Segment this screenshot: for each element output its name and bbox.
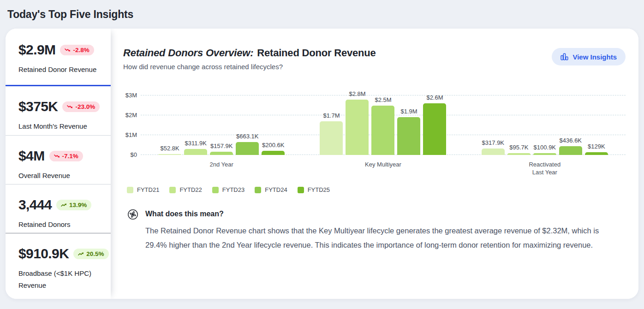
bar-slot: $2.6M: [423, 94, 446, 155]
bar-slot: $1.9M: [397, 108, 420, 155]
chart-title-metric: Retained Donor Revenue: [257, 47, 376, 59]
trend-badge: 20.5%: [73, 249, 108, 259]
bar-FYTD25[interactable]: [585, 152, 608, 155]
bar-FYTD24[interactable]: [236, 142, 259, 155]
bar-group: $317.9K$95.7K$100.9K$436.6K$129KReactiva…: [482, 137, 608, 155]
bar-value-label: $2.6M: [426, 94, 443, 101]
trend-badge: -2.8%: [60, 45, 94, 55]
bar-slot: $95.7K: [507, 144, 531, 155]
view-insights-label: View Insights: [572, 53, 617, 61]
bar-FYTD24[interactable]: [559, 146, 582, 155]
bar-row: $317.9K$95.7K$100.9K$436.6K$129K: [482, 137, 608, 155]
sidebar-item-overall-revenue[interactable]: $4M -7.1% Overall Revenue: [6, 135, 111, 184]
group-label: 2nd Year: [209, 160, 233, 168]
trend-badge-value: -7.1%: [62, 153, 78, 160]
trend-badge-value: 13.9%: [69, 202, 87, 208]
bar-FYTD23[interactable]: [210, 152, 233, 155]
bar-FYTD24[interactable]: [397, 117, 420, 155]
metric-sidebar: $2.9M -2.8% Retained Donor Revenue $375K…: [6, 29, 111, 299]
legend-item[interactable]: FYTD23: [212, 186, 244, 193]
legend-label: FYTD24: [265, 186, 287, 193]
bar-FYTD25[interactable]: [423, 103, 446, 155]
bar-value-label: $2.5M: [375, 96, 391, 103]
legend-label: FYTD21: [137, 186, 159, 193]
metric-label: Overall Revenue: [18, 170, 101, 182]
bar-value-label: $1.7M: [323, 112, 340, 119]
y-tick-label: $1M: [125, 131, 137, 139]
legend-label: FYTD25: [308, 186, 330, 193]
metric-value: 3,444: [18, 196, 52, 213]
y-tick-label: $0: [131, 151, 137, 159]
insight-body: The Retained Donor Revenue chart shows t…: [145, 224, 621, 252]
legend-item[interactable]: FYTD25: [298, 186, 330, 193]
trend-badge: -7.1%: [49, 151, 83, 161]
bar-value-label: $200.6K: [262, 142, 284, 149]
bar-slot: $317.9K: [482, 139, 505, 155]
legend-swatch: [127, 187, 133, 193]
bar-chart: $0$1M$2M$3M $52.8K$311.9K$157.9K$663.1K$…: [123, 95, 626, 155]
bar-group: $52.8K$311.9K$157.9K$663.1K$200.6K2nd Ye…: [158, 133, 285, 155]
legend-item[interactable]: FYTD24: [255, 186, 287, 193]
bar-FYTD22[interactable]: [346, 100, 369, 155]
bar-FYTD21[interactable]: [320, 121, 343, 155]
legend-swatch: [169, 187, 176, 193]
chart-title: Retained Donors Overview:Retained Donor …: [123, 47, 552, 59]
legend-label: FYTD23: [222, 186, 244, 193]
metric-label: Retained Donors: [18, 219, 101, 231]
bar-value-label: $157.9K: [210, 143, 233, 149]
bar-slot: $436.6K: [559, 137, 582, 155]
trend-up-icon: [78, 252, 84, 256]
trend-down-icon: [54, 154, 60, 158]
group-label: ReactivatedLast Year: [529, 160, 561, 176]
bar-FYTD22[interactable]: [507, 153, 531, 155]
group-label: Key Multiyear: [365, 160, 401, 168]
bar-FYTD23[interactable]: [533, 153, 556, 155]
sidebar-item-last-months-revenue[interactable]: $375K -23.0% Last Month's Revenue: [6, 86, 111, 135]
y-tick-label: $2M: [125, 111, 137, 119]
metric-label: Retained Donor Revenue: [18, 64, 101, 76]
y-axis: $0$1M$2M$3M: [123, 95, 141, 155]
chart-subtitle: How did revenue change across retained l…: [123, 63, 552, 71]
sidebar-item-retained-donor-revenue[interactable]: $2.9M -2.8% Retained Donor Revenue: [6, 29, 111, 86]
bar-FYTD21[interactable]: [158, 154, 181, 155]
legend-swatch: [212, 187, 219, 193]
bar-slot: $311.9K: [184, 140, 207, 155]
bar-value-label: $311.9K: [185, 140, 206, 147]
sidebar-item-retained-donors[interactable]: 3,444 13.9% Retained Donors: [6, 184, 111, 233]
view-insights-button[interactable]: View Insights: [552, 48, 626, 65]
bar-value-label: $100.9K: [534, 144, 556, 151]
trend-down-icon: [65, 48, 71, 52]
insights-panel: $2.9M -2.8% Retained Donor Revenue $375K…: [6, 29, 638, 299]
legend-item[interactable]: FYTD21: [127, 186, 159, 193]
sidebar-item-broadbase-revenue[interactable]: $910.9K 20.5% Broadbase (<$1K HPC) Reven…: [6, 233, 111, 299]
metric-value: $2.9M: [18, 42, 55, 58]
bar-FYTD23[interactable]: [371, 106, 394, 155]
legend-item[interactable]: FYTD22: [169, 186, 202, 193]
bar-value-label: $52.8K: [161, 145, 179, 152]
bar-value-label: $663.1K: [236, 133, 258, 140]
metric-label: Broadbase (<$1K HPC) Revenue: [18, 267, 101, 291]
trend-badge: -23.0%: [62, 101, 100, 112]
bar-value-label: $95.7K: [509, 144, 528, 151]
metric-value: $375K: [18, 98, 58, 115]
trend-badge-value: -23.0%: [75, 103, 95, 110]
trend-down-icon: [67, 105, 73, 109]
bar-chart-icon: [561, 53, 568, 60]
y-tick-label: $3M: [125, 91, 137, 100]
legend-swatch: [298, 187, 304, 193]
bar-value-label: $317.9K: [482, 139, 504, 146]
chart-panel: Retained Donors Overview:Retained Donor …: [111, 29, 638, 299]
trend-badge-value: 20.5%: [86, 250, 104, 257]
bar-FYTD21[interactable]: [482, 149, 505, 155]
bar-value-label: $129K: [588, 143, 605, 150]
insight-section: What does this mean? The Retained Donor …: [127, 210, 626, 252]
bar-slot: $157.9K: [210, 143, 233, 155]
page-title: Today's Top Five Insights: [7, 8, 133, 21]
trend-badge-value: -2.8%: [73, 47, 89, 53]
metric-value: $4M: [18, 148, 45, 164]
bar-FYTD22[interactable]: [184, 149, 207, 155]
bar-slot: $663.1K: [236, 133, 259, 155]
bar-value-label: $1.9M: [400, 108, 417, 115]
bar-FYTD25[interactable]: [262, 151, 285, 155]
insight-heading: What does this mean?: [145, 210, 621, 218]
